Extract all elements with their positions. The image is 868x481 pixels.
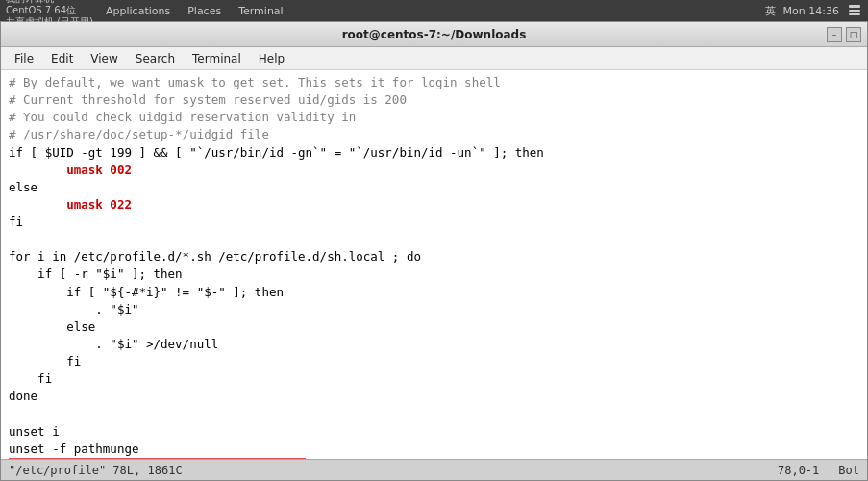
menu-terminal[interactable]: Terminal bbox=[185, 50, 249, 67]
terminal-window: root@centos-7:~/Downloads – □ File Edit … bbox=[0, 21, 868, 481]
line-3: # You could check uidgid reservation val… bbox=[9, 109, 859, 126]
umask-022: umask 022 bbox=[66, 197, 132, 212]
window-controls: – □ bbox=[827, 27, 861, 42]
line-5: if [ $UID -gt 199 ] && [ "`/usr/bin/id -… bbox=[9, 144, 859, 162]
menu-edit[interactable]: Edit bbox=[43, 50, 81, 67]
svg-rect-1 bbox=[849, 10, 860, 12]
line-16: . "$i" >/dev/null bbox=[9, 336, 859, 353]
umask-002: umask 002 bbox=[66, 163, 132, 177]
line-22: unset -f pathmunge bbox=[9, 441, 859, 458]
line-7: else bbox=[9, 179, 859, 196]
menu-help[interactable]: Help bbox=[251, 50, 292, 67]
network-icon-svg bbox=[847, 3, 862, 16]
system-bar: 我的计算机 CentOS 7 64位 共享虚拟机 (已开用) Applicati… bbox=[0, 0, 868, 21]
menu-file[interactable]: File bbox=[7, 50, 41, 67]
window-title: root@centos-7:~/Downloads bbox=[342, 28, 527, 41]
line-4: # /usr/share/doc/setup-*/uidgid file bbox=[9, 126, 859, 143]
cursor-position: 78,0-1 bbox=[778, 464, 819, 477]
line-14: . "$i" bbox=[9, 301, 859, 318]
line-12: if [ -r "$i" ]; then bbox=[9, 266, 859, 283]
system-bar-right: 英 Mon 14:36 bbox=[765, 3, 862, 19]
line-1: # By default, we want umask to get set. … bbox=[9, 74, 859, 91]
minimize-button[interactable]: – bbox=[827, 27, 842, 42]
line-6: umask 002 bbox=[9, 162, 859, 179]
network-icon bbox=[847, 3, 862, 19]
menu-bar: File Edit View Search Terminal Help bbox=[1, 47, 867, 70]
terminal-menu[interactable]: Terminal bbox=[234, 3, 288, 19]
file-info: "/etc/profile" 78L, 1861C bbox=[9, 464, 183, 477]
line-20 bbox=[9, 405, 859, 422]
line-11: for i in /etc/profile.d/*.sh /etc/profil… bbox=[9, 248, 859, 266]
centos-label: CentOS 7 64位 bbox=[6, 5, 93, 16]
line-13: if [ "${-#*i}" != "$-" ]; then bbox=[9, 284, 859, 301]
places-menu[interactable]: Places bbox=[183, 3, 226, 19]
svg-rect-0 bbox=[849, 5, 860, 8]
maximize-button[interactable]: □ bbox=[846, 27, 861, 42]
line-15: else bbox=[9, 318, 859, 336]
apps-menu[interactable]: Applications bbox=[101, 3, 175, 19]
menu-search[interactable]: Search bbox=[128, 50, 183, 67]
clock: Mon 14:36 bbox=[783, 5, 839, 17]
page-indicator: Bot bbox=[838, 464, 859, 477]
svg-rect-2 bbox=[849, 13, 860, 15]
line-9: fi bbox=[9, 214, 859, 231]
line-10 bbox=[9, 231, 859, 248]
line-18: fi bbox=[9, 370, 859, 388]
line-8: umask 022 bbox=[9, 196, 859, 214]
lang-label: 英 bbox=[765, 4, 776, 18]
line-2: # Current threshold for system reserved … bbox=[9, 91, 859, 109]
line-19: done bbox=[9, 388, 859, 405]
terminal-content[interactable]: # By default, we want umask to get set. … bbox=[1, 70, 867, 459]
line-21: unset i bbox=[9, 423, 859, 441]
menu-view[interactable]: View bbox=[83, 50, 125, 67]
status-bar: "/etc/profile" 78L, 1861C 78,0-1 Bot bbox=[1, 459, 867, 480]
title-bar: root@centos-7:~/Downloads – □ bbox=[1, 22, 867, 47]
status-right: 78,0-1 Bot bbox=[778, 464, 859, 477]
line-17: fi bbox=[9, 353, 859, 370]
